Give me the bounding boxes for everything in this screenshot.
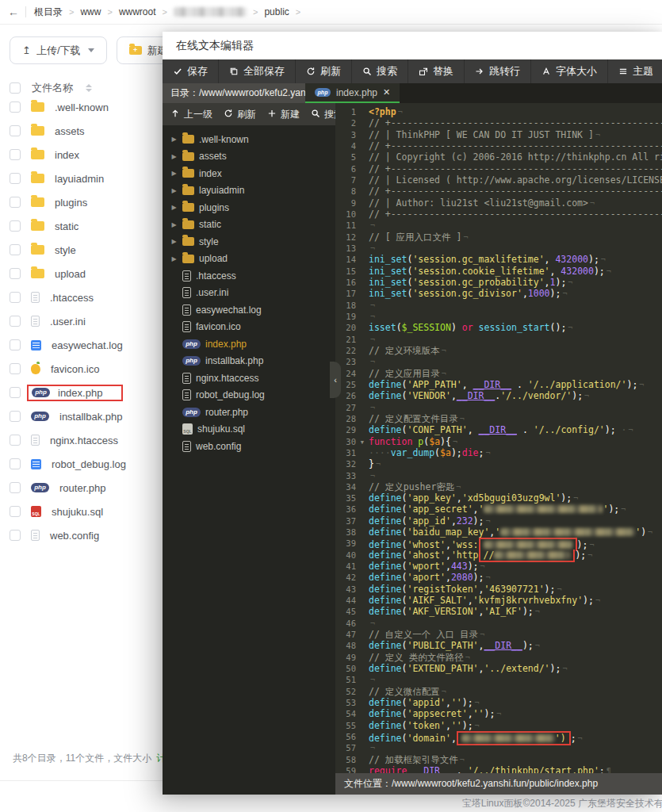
code-line-19[interactable]: 19¬	[335, 311, 662, 322]
check-button[interactable]: 保存	[163, 59, 219, 83]
code-line-51[interactable]: 51¬	[335, 674, 662, 685]
row-checkbox[interactable]	[10, 530, 21, 541]
code-line-55[interactable]: 55define('token','');¬	[335, 720, 662, 731]
tree-item-shujuku.sql[interactable]: SQLshujuku.sql	[170, 421, 335, 439]
code-line-5[interactable]: 5// | Copyright (c) 2006-2016 http://thi…	[335, 151, 662, 163]
tree-item-router.php[interactable]: phprouter.php	[170, 404, 335, 421]
code-line-45[interactable]: 45define('AKF_VERSION','AI_KF');¬	[335, 606, 662, 617]
code-line-54[interactable]: 54define('appsecret','');¬	[335, 708, 662, 719]
file-row-index.php[interactable]: phpindex.php	[0, 381, 163, 404]
code-line-24[interactable]: 24// 定义应用目录¬	[335, 368, 662, 379]
code-line-22[interactable]: 22// 定义环境版本¬	[335, 345, 662, 356]
code-line-13[interactable]: 13¬	[335, 243, 662, 254]
code-line-2[interactable]: 2// +-----------------------------------…	[335, 117, 662, 128]
tree-plus-button[interactable]: 新建	[267, 108, 300, 121]
code-line-33[interactable]: 33¬	[335, 470, 662, 481]
row-checkbox[interactable]	[10, 316, 21, 327]
file-row-style[interactable]: style	[0, 238, 163, 262]
code-line-56[interactable]: 56define('domain',');¬	[335, 731, 662, 742]
back-arrow-icon[interactable]: ←	[8, 6, 19, 18]
code-line-50[interactable]: 50define('EXTEND_PATH','../extend/');¬	[335, 663, 662, 674]
file-row-plugins[interactable]: plugins	[0, 190, 163, 214]
tree-refresh-button[interactable]: 刷新	[224, 108, 256, 121]
tree-item-style[interactable]: ▶style	[170, 233, 335, 251]
code-line-58[interactable]: 58// 加载框架引导文件¬	[335, 754, 662, 765]
upload-download-button[interactable]: ↥ 上传/下载	[10, 36, 107, 64]
close-tab-icon[interactable]: ✕	[383, 87, 390, 98]
file-row-.htaccess[interactable]: .htaccess	[0, 285, 163, 309]
theme-button[interactable]: 主题	[608, 59, 662, 83]
collapse-tree-handle[interactable]: ‹	[330, 362, 341, 398]
code-line-16[interactable]: 16ini_set('session.gc_probability',1);¬	[335, 277, 662, 288]
tree-item-nginx.htaccess[interactable]: nginx.htaccess	[170, 370, 335, 387]
row-checkbox[interactable]	[10, 197, 21, 208]
fold-icon[interactable]: ▼	[361, 437, 364, 448]
tree-item-.user.ini[interactable]: .user.ini	[170, 285, 335, 302]
row-checkbox[interactable]	[10, 149, 21, 160]
row-checkbox[interactable]	[10, 411, 21, 422]
file-row-.user.ini[interactable]: .user.ini	[0, 309, 163, 333]
tree-item-robot_debug.log[interactable]: robot_debug.log	[170, 387, 335, 404]
file-row-robot_debug.log[interactable]: robot_debug.log	[0, 452, 163, 476]
code-line-48[interactable]: 48define('PUBLIC_PATH',__DIR__);¬	[335, 640, 662, 651]
code-line-31[interactable]: 31····var_dump($a);die;¬	[335, 447, 662, 458]
code-line-11[interactable]: 11¬	[335, 220, 662, 231]
row-checkbox[interactable]	[10, 102, 21, 113]
expand-arrow-icon[interactable]: ▶	[170, 187, 178, 194]
row-checkbox[interactable]	[10, 363, 21, 374]
row-checkbox[interactable]	[10, 435, 21, 446]
code-line-7[interactable]: 7// | Licensed ( http://www.apache.org/l…	[335, 174, 662, 186]
code-line-3[interactable]: 3// | ThinkPHP [ WE CAN DO IT JUST THINK…	[335, 129, 662, 140]
tree-item-static[interactable]: ▶static	[170, 216, 335, 234]
expand-arrow-icon[interactable]: ▶	[170, 204, 178, 211]
code-line-37[interactable]: 37define('app_id',232);¬	[335, 515, 662, 527]
file-row-easywechat.log[interactable]: easywechat.log	[0, 333, 163, 357]
tree-item-.htaccess[interactable]: .htaccess	[170, 267, 335, 285]
tree-item-easywechat.log[interactable]: easywechat.log	[170, 301, 335, 319]
breadcrumb-item-www[interactable]: www	[80, 6, 118, 17]
code-line-15[interactable]: 15ini_set('session.cookie_lifetime', 432…	[335, 266, 662, 277]
tree-item-favicon.ico[interactable]: favicon.ico	[170, 319, 335, 336]
row-checkbox[interactable]	[10, 387, 21, 398]
file-row-static[interactable]: static	[0, 214, 163, 238]
row-checkbox[interactable]	[10, 244, 21, 255]
row-checkbox[interactable]	[10, 268, 21, 279]
breadcrumb-item-blurred[interactable]	[174, 7, 264, 17]
expand-arrow-icon[interactable]: ▶	[170, 136, 178, 143]
tab-index-php[interactable]: php index.php ✕	[305, 83, 400, 103]
file-row-favicon.ico[interactable]: favicon.ico	[0, 357, 163, 381]
expand-arrow-icon[interactable]: ▶	[170, 170, 178, 177]
goto-button[interactable]: 跳转行	[465, 59, 531, 83]
copy-button[interactable]: 全部保存	[219, 59, 296, 83]
file-row-upload[interactable]: upload	[0, 262, 163, 285]
file-row-router.php[interactable]: phprouter.php	[0, 476, 163, 500]
code-line-53[interactable]: 53define('appid','');¬	[335, 697, 662, 708]
row-checkbox[interactable]	[10, 482, 21, 493]
sort-icon[interactable]	[86, 84, 92, 92]
breadcrumb-item-public[interactable]: public	[264, 6, 307, 17]
file-row-installbak.php[interactable]: phpinstallbak.php	[0, 404, 163, 428]
file-row-index[interactable]: index	[0, 143, 163, 167]
tree-item-assets[interactable]: ▶assets	[170, 148, 335, 166]
code-line-27[interactable]: 27¬	[335, 402, 662, 413]
code-line-29[interactable]: 29define('CONF_PATH', __DIR__ . '/../con…	[335, 424, 662, 435]
code-line-17[interactable]: 17ini_set('session.gc_divisor',1000);¬	[335, 288, 662, 299]
code-line-12[interactable]: 12// [ 应用入口文件 ]¬	[335, 232, 662, 243]
row-checkbox[interactable]	[10, 220, 21, 232]
code-line-9[interactable]: 9// | Author: liu21st <liu21st@gmail.com…	[335, 197, 662, 209]
code-line-10[interactable]: 10// +----------------------------------…	[335, 209, 662, 220]
code-line-38[interactable]: 38define('baidu_map_key','')¬	[335, 527, 662, 538]
code-line-44[interactable]: 44define('AIKF_SALT','kvfmj8krvrhvebxfny…	[335, 595, 662, 606]
code-line-20[interactable]: 20isset($_SESSION) or session_start();¬	[335, 322, 662, 333]
tree-item-index[interactable]: ▶index	[170, 165, 335, 182]
row-checkbox[interactable]	[10, 173, 21, 184]
code-line-52[interactable]: 52// 定义微信配置¬	[335, 686, 662, 697]
tree-up-button[interactable]: 上一级	[170, 108, 212, 121]
code-line-43[interactable]: 43define('registToken','463907721');¬	[335, 584, 662, 595]
code-line-34[interactable]: 34// 定义pusher密匙¬	[335, 481, 662, 492]
code-line-39[interactable]: 39define('whost','wss:);¬	[335, 538, 662, 549]
file-row-layuiadmin[interactable]: layuiadmin	[0, 167, 163, 190]
code-line-14[interactable]: 14ini_set('session.gc_maxlifetime', 4320…	[335, 254, 662, 265]
breadcrumb-item-wwwroot[interactable]: wwwroot	[119, 6, 174, 17]
tree-item-layuiadmin[interactable]: ▶layuiadmin	[170, 182, 335, 200]
